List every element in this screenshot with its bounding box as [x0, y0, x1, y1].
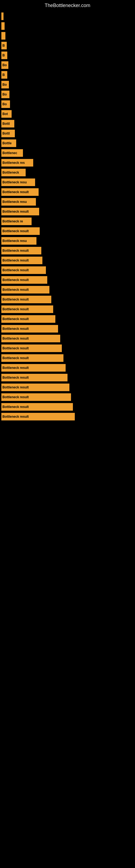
bar-row: Bottleneck result [1, 286, 135, 293]
bar-row: Bottl [1, 120, 135, 127]
bar-row: Bottleneck res [1, 159, 135, 166]
bottleneck-bar: Bottlenec [1, 149, 23, 157]
bottleneck-bar: Bottleneck result [1, 393, 71, 401]
bottleneck-bar: Bottleneck result [1, 403, 73, 411]
bar-row: Bottleneck [1, 169, 135, 176]
bottleneck-bar: Bottleneck result [1, 344, 62, 352]
bottleneck-bar: Bottl [1, 130, 15, 137]
bottleneck-bar: Bottleneck result [1, 188, 39, 196]
bottleneck-bar: Bottleneck result [1, 374, 68, 381]
bar-row: Bottleneck result [1, 208, 135, 215]
bar-row: Bottleneck resu [1, 179, 135, 186]
bottleneck-bar: Bottleneck result [1, 383, 70, 391]
bottleneck-bar [1, 22, 5, 30]
bottleneck-bar: Bo [1, 81, 9, 88]
bar-row: Bottleneck result [1, 227, 135, 235]
bottleneck-bar: Bottleneck result [1, 247, 41, 254]
bottleneck-bar: Bottleneck resu [1, 198, 36, 206]
bar-row: Bo [1, 61, 135, 69]
bar-row: Bottleneck result [1, 305, 135, 313]
bottleneck-bar: B [1, 42, 7, 50]
bar-row: B [1, 52, 135, 59]
bottleneck-bar: Bottleneck result [1, 257, 42, 264]
bar-row: Bo [1, 91, 135, 98]
bar-row: Bottleneck result [1, 413, 135, 421]
bottleneck-bar: Bottle [1, 140, 16, 147]
bar-row: Bottlenec [1, 149, 135, 157]
bottleneck-bar: Bottl [1, 120, 14, 127]
bar-row: Bottleneck result [1, 335, 135, 342]
bottleneck-bar: Bottleneck result [1, 315, 55, 323]
bottleneck-bar: Bottleneck result [1, 296, 51, 303]
bottleneck-bar: Bottleneck result [1, 413, 75, 421]
bottleneck-bar: Bottleneck resu [1, 237, 37, 245]
bar-row: Bottleneck re [1, 218, 135, 225]
bottleneck-bar: Bottleneck res [1, 159, 33, 166]
bottleneck-bar: Bottleneck result [1, 267, 46, 274]
bar-row: Bottleneck result [1, 383, 135, 391]
bottleneck-bar: Bo [1, 100, 10, 108]
bar-row: Bottle [1, 140, 135, 147]
bar-row [1, 32, 135, 40]
bottleneck-bar: B [1, 52, 7, 59]
bottleneck-bar: Bo [1, 91, 9, 98]
bar-row: Bottleneck resu [1, 198, 135, 206]
bar-row: B [1, 42, 135, 50]
bottleneck-bar: Bottleneck resu [1, 179, 35, 186]
bar-row: Bottleneck resu [1, 237, 135, 245]
bar-row: Bottleneck result [1, 296, 135, 303]
bottleneck-bar: B [1, 71, 7, 79]
bar-row: Bottleneck result [1, 325, 135, 333]
bar-row: Bottl [1, 130, 135, 137]
bars-container: BBBoBBoBoBoBotBottlBottlBottleBottlenecB… [0, 10, 135, 421]
bar-row: Bottleneck result [1, 354, 135, 362]
bar-row [1, 12, 135, 20]
bar-row: Bot [1, 110, 135, 118]
bottleneck-bar: Bottleneck [1, 169, 26, 176]
bar-row: Bottleneck result [1, 276, 135, 284]
bottleneck-bar: Bottleneck result [1, 335, 60, 342]
bar-row: Bottleneck result [1, 315, 135, 323]
bar-row: Bottleneck result [1, 257, 135, 264]
bar-row: Bottleneck result [1, 188, 135, 196]
bottleneck-bar: Bottleneck re [1, 218, 32, 225]
bar-row: Bottleneck result [1, 403, 135, 411]
bar-row: B [1, 71, 135, 79]
bar-row: Bo [1, 100, 135, 108]
bottleneck-bar: Bottleneck result [1, 286, 49, 293]
bottleneck-bar: Bottleneck result [1, 354, 63, 362]
bar-row: Bottleneck result [1, 344, 135, 352]
bottleneck-bar: Bottleneck result [1, 208, 39, 215]
bottleneck-bar [1, 32, 5, 40]
bottleneck-bar: Bottleneck result [1, 364, 65, 372]
bottleneck-bar [1, 12, 3, 20]
bottleneck-bar: Bottleneck result [1, 305, 53, 313]
bar-row [1, 22, 135, 30]
bar-row: Bottleneck result [1, 393, 135, 401]
bar-row: Bo [1, 81, 135, 88]
site-title: TheBottlenecker.com [0, 0, 135, 10]
bottleneck-bar: Bottleneck result [1, 227, 40, 235]
bottleneck-bar: Bottleneck result [1, 276, 47, 284]
bar-row: Bottleneck result [1, 374, 135, 381]
bottleneck-bar: Bo [1, 61, 8, 69]
bottleneck-bar: Bot [1, 110, 12, 118]
bar-row: Bottleneck result [1, 247, 135, 254]
bar-row: Bottleneck result [1, 364, 135, 372]
bar-row: Bottleneck result [1, 267, 135, 274]
bottleneck-bar: Bottleneck result [1, 325, 58, 333]
